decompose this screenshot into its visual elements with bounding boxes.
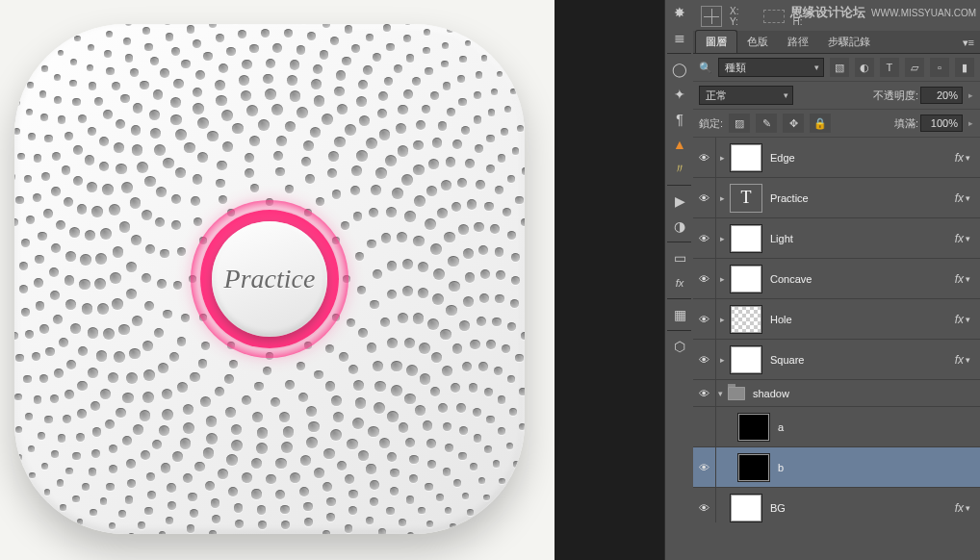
blend-row: 正常 不透明度: 20% (693, 82, 980, 110)
fx-badge[interactable]: fx (955, 501, 964, 515)
center-label: Practice (224, 264, 316, 294)
layer-row[interactable]: 👁▸Squarefx▾ (693, 340, 980, 380)
fx-badge[interactable]: fx (955, 313, 964, 326)
tool-lines-icon[interactable]: 〃 (665, 157, 694, 182)
layer-row[interactable]: 👁b (693, 447, 980, 488)
filter-text-icon[interactable]: T (880, 58, 899, 77)
opacity-value[interactable]: 20% (920, 87, 963, 104)
layer-name[interactable]: b (778, 462, 974, 473)
folder-icon (728, 387, 745, 400)
filter-kind-dropdown[interactable]: 種類 (718, 58, 824, 77)
filter-toggle-icon[interactable]: ▮ (955, 58, 974, 77)
panel-menu-icon[interactable]: ▾≡ (957, 33, 980, 53)
layer-row[interactable]: 👁BGfx▾ (693, 488, 980, 522)
visibility-toggle[interactable]: 👁 (693, 178, 716, 218)
fx-badge[interactable]: fx (955, 232, 964, 245)
layer-thumbnail[interactable] (737, 453, 770, 482)
visibility-toggle[interactable]: 👁 (693, 299, 716, 340)
tab-history[interactable]: 步驟記錄 (818, 31, 880, 53)
tool-brushes-icon[interactable]: ✸ (665, 0, 694, 25)
lock-transparent-icon[interactable]: ▨ (729, 114, 750, 133)
layer-name[interactable]: shadow (753, 388, 974, 399)
layer-thumbnail[interactable] (737, 413, 770, 442)
layer-row[interactable]: 👁a (693, 407, 980, 447)
search-icon: 🔍 (699, 62, 712, 74)
layer-thumbnail[interactable] (730, 494, 762, 522)
filter-smart-icon[interactable]: ▫ (930, 58, 949, 77)
tool-play-icon[interactable]: ▶ (665, 189, 694, 214)
panel-tabbar: 圖層 色版 路徑 步驟記錄 ▾≡ (693, 31, 980, 54)
layer-name[interactable]: Practice (770, 192, 955, 204)
tool-fx-icon[interactable]: fx (665, 270, 694, 295)
tool-character-icon[interactable]: ✦ (665, 82, 694, 107)
visibility-toggle[interactable]: 👁 (693, 447, 716, 488)
fx-badge[interactable]: fx (955, 191, 964, 205)
tool-fire-icon[interactable]: ▲ (665, 132, 694, 157)
bounds-icon (763, 10, 785, 23)
layer-thumbnail[interactable] (730, 345, 762, 374)
tool-window-icon[interactable]: ▭ (665, 245, 694, 270)
layer-thumbnail[interactable] (730, 224, 762, 253)
layer-name[interactable]: Concave (770, 273, 955, 285)
layer-thumbnail[interactable] (730, 265, 762, 293)
lock-all-icon[interactable]: 🔒 (810, 114, 831, 133)
transform-info: X: Y: W: H: (693, 0, 980, 31)
y-label: Y: (730, 16, 738, 27)
vertical-toolbar: ✸ ≣ ◯ ✦ ¶ ▲ 〃 ▶ ◑ ▭ fx ▦ ⬡ (664, 0, 693, 560)
tool-circle-icon[interactable]: ◑ (665, 214, 694, 239)
filter-shape-icon[interactable]: ▱ (905, 58, 924, 77)
x-label: X: (730, 6, 738, 16)
filter-pixel-icon[interactable]: ▧ (830, 58, 849, 77)
layer-row[interactable]: 👁▸Edgefx▾ (693, 138, 980, 178)
visibility-toggle[interactable]: 👁 (693, 407, 716, 447)
visibility-toggle[interactable]: 👁 (693, 259, 716, 299)
visibility-toggle[interactable]: 👁 (693, 488, 716, 523)
layer-name[interactable]: a (778, 421, 974, 433)
artwork-square: Practice (14, 24, 525, 534)
layer-list: 👁▸Edgefx▾👁▸TPracticefx▾👁▸Lightfx▾👁▸Conca… (693, 138, 980, 522)
layer-row[interactable]: 👁▸Lightfx▾ (693, 218, 980, 259)
visibility-toggle[interactable]: 👁 (693, 138, 716, 178)
tool-timeline-icon[interactable]: ◯ (665, 57, 694, 82)
lock-pixels-icon[interactable]: ✎ (756, 114, 777, 133)
layer-thumbnail[interactable]: T (730, 184, 762, 213)
right-panel: 思缘设计论坛 WWW.MISSYUAN.COM X: Y: W: H: 圖層 色… (693, 0, 980, 560)
filter-row: 🔍 種類 ▧ ◐ T ▱ ▫ ▮ (693, 54, 980, 82)
tab-layers[interactable]: 圖層 (695, 30, 737, 53)
crosshair-icon (701, 6, 722, 27)
fx-badge[interactable]: fx (955, 353, 964, 367)
tool-3d-icon[interactable]: ⬡ (665, 334, 694, 359)
tool-swatches-icon[interactable]: ≣ (665, 25, 694, 50)
layer-row[interactable]: 👁▸TPracticefx▾ (693, 178, 980, 218)
visibility-toggle[interactable]: 👁 (693, 218, 716, 259)
layer-thumbnail[interactable] (730, 143, 762, 172)
layer-name[interactable]: Square (770, 354, 955, 366)
layer-row[interactable]: 👁▸Holefx▾ (693, 299, 980, 340)
document-canvas[interactable]: Practice (0, 0, 554, 560)
h-label: H: (792, 16, 802, 27)
fill-label: 填滿: (894, 116, 918, 131)
lock-position-icon[interactable]: ✥ (783, 114, 804, 133)
lock-row: 鎖定: ▨ ✎ ✥ 🔒 填滿: 100% (693, 110, 980, 138)
w-label: W: (792, 6, 804, 16)
fx-badge[interactable]: fx (955, 151, 964, 165)
layer-name[interactable]: Hole (770, 314, 955, 325)
tab-channels[interactable]: 色版 (737, 31, 778, 53)
layer-name[interactable]: Light (770, 233, 955, 244)
fill-value[interactable]: 100% (920, 115, 963, 132)
layer-thumbnail[interactable] (730, 305, 762, 334)
layer-name[interactable]: BG (770, 502, 955, 514)
filter-adjust-icon[interactable]: ◐ (855, 58, 874, 77)
blend-mode-dropdown[interactable]: 正常 (699, 86, 793, 105)
lock-label: 鎖定: (699, 116, 723, 131)
opacity-label: 不透明度: (873, 89, 918, 103)
tool-paragraph-icon[interactable]: ¶ (665, 107, 694, 132)
fx-badge[interactable]: fx (955, 272, 964, 286)
layer-group[interactable]: 👁▾shadow (693, 380, 980, 407)
tab-paths[interactable]: 路徑 (778, 31, 818, 53)
tool-grid-icon[interactable]: ▦ (665, 302, 694, 327)
canvas-area: Practice (0, 0, 664, 560)
layer-row[interactable]: 👁▸Concavefx▾ (693, 259, 980, 299)
layer-name[interactable]: Edge (770, 152, 955, 164)
